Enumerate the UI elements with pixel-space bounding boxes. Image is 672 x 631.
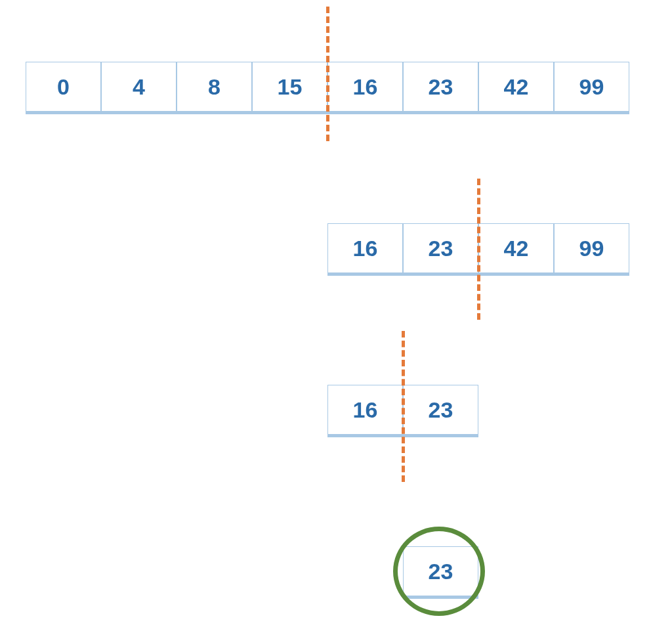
array-cell-r1-6: 42 (478, 62, 554, 112)
split-line-r1 (326, 7, 329, 141)
array-cell-r2-1: 23 (403, 223, 478, 273)
split-line-r3 (402, 331, 405, 482)
array-cell-r2-2: 42 (478, 223, 554, 273)
found-highlight-ring (393, 527, 485, 616)
array-cell-r1-1: 4 (101, 62, 177, 112)
array-cell-r2-3: 99 (554, 223, 629, 273)
array-cell-r1-0: 0 (26, 62, 101, 112)
array-cell-r1-2: 8 (177, 62, 252, 112)
array-cell-r1-4: 16 (327, 62, 403, 112)
array-cell-r1-7: 99 (554, 62, 629, 112)
array-cell-r3-0: 16 (327, 385, 403, 435)
split-line-r2 (477, 179, 480, 320)
array-cell-r3-1: 23 (403, 385, 478, 435)
array-cell-r1-5: 23 (403, 62, 478, 112)
array-cell-r1-3: 15 (252, 62, 327, 112)
array-cell-r2-0: 16 (327, 223, 403, 273)
